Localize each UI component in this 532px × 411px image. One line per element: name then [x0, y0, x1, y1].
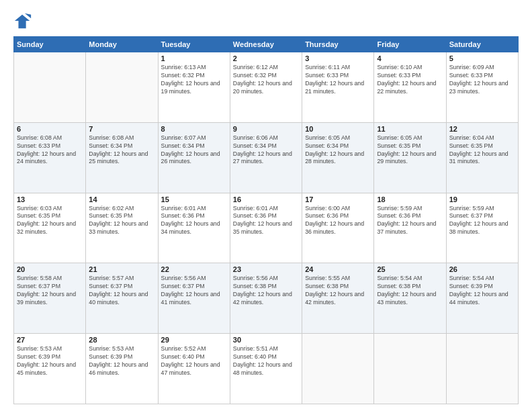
cell-info-text: Sunrise: 6:09 AM Sunset: 6:33 PM Dayligh… [449, 64, 515, 96]
calendar-cell: 9Sunrise: 6:06 AM Sunset: 6:34 PM Daylig… [230, 122, 302, 193]
calendar-cell: 30Sunrise: 5:51 AM Sunset: 6:40 PM Dayli… [230, 334, 302, 404]
calendar-cell: 12Sunrise: 6:04 AM Sunset: 6:35 PM Dayli… [446, 122, 518, 193]
cell-info-text: Sunrise: 6:04 AM Sunset: 6:35 PM Dayligh… [449, 134, 515, 167]
cell-info-text: Sunrise: 5:53 AM Sunset: 6:39 PM Dayligh… [17, 345, 83, 377]
cell-info-text: Sunrise: 5:56 AM Sunset: 6:37 PM Dayligh… [161, 275, 227, 307]
cell-day-number: 15 [161, 195, 227, 203]
weekday-header-saturday: Saturday [446, 37, 518, 52]
cell-day-number: 5 [449, 54, 515, 62]
cell-info-text: Sunrise: 6:01 AM Sunset: 6:36 PM Dayligh… [233, 205, 299, 237]
calendar-cell: 27Sunrise: 5:53 AM Sunset: 6:39 PM Dayli… [14, 334, 86, 404]
cell-info-text: Sunrise: 5:54 AM Sunset: 6:39 PM Dayligh… [449, 275, 515, 307]
weekday-header-row: SundayMondayTuesdayWednesdayThursdayFrid… [14, 37, 519, 52]
cell-info-text: Sunrise: 6:05 AM Sunset: 6:34 PM Dayligh… [305, 134, 371, 167]
logo [13, 12, 35, 31]
weekday-header-friday: Friday [374, 37, 446, 52]
calendar-week-4: 20Sunrise: 5:58 AM Sunset: 6:37 PM Dayli… [14, 263, 519, 334]
cell-info-text: Sunrise: 6:07 AM Sunset: 6:34 PM Dayligh… [161, 134, 227, 167]
cell-info-text: Sunrise: 6:13 AM Sunset: 6:32 PM Dayligh… [161, 64, 227, 96]
calendar-cell: 15Sunrise: 6:01 AM Sunset: 6:36 PM Dayli… [158, 193, 230, 263]
weekday-header-tuesday: Tuesday [158, 37, 230, 52]
cell-day-number: 17 [305, 195, 371, 203]
cell-info-text: Sunrise: 5:58 AM Sunset: 6:37 PM Dayligh… [17, 275, 83, 307]
calendar-cell: 6Sunrise: 6:08 AM Sunset: 6:33 PM Daylig… [14, 122, 86, 193]
cell-info-text: Sunrise: 6:02 AM Sunset: 6:35 PM Dayligh… [89, 205, 154, 237]
cell-day-number: 27 [17, 336, 83, 344]
calendar-cell: 20Sunrise: 5:58 AM Sunset: 6:37 PM Dayli… [14, 263, 86, 334]
cell-day-number: 12 [449, 125, 515, 133]
cell-info-text: Sunrise: 6:12 AM Sunset: 6:32 PM Dayligh… [233, 64, 299, 96]
cell-info-text: Sunrise: 5:54 AM Sunset: 6:38 PM Dayligh… [377, 275, 443, 307]
calendar-table: SundayMondayTuesdayWednesdayThursdayFrid… [13, 36, 519, 404]
calendar-cell [446, 334, 518, 404]
calendar-cell: 3Sunrise: 6:11 AM Sunset: 6:33 PM Daylig… [302, 52, 374, 123]
cell-info-text: Sunrise: 5:57 AM Sunset: 6:37 PM Dayligh… [89, 275, 154, 307]
cell-info-text: Sunrise: 5:59 AM Sunset: 6:37 PM Dayligh… [449, 205, 515, 237]
cell-info-text: Sunrise: 6:10 AM Sunset: 6:33 PM Dayligh… [377, 64, 443, 96]
cell-info-text: Sunrise: 6:08 AM Sunset: 6:33 PM Dayligh… [17, 134, 83, 167]
cell-day-number: 25 [377, 265, 443, 273]
logo-icon [13, 12, 32, 31]
cell-info-text: Sunrise: 5:55 AM Sunset: 6:38 PM Dayligh… [305, 275, 371, 307]
cell-day-number: 9 [233, 125, 299, 133]
calendar-cell: 1Sunrise: 6:13 AM Sunset: 6:32 PM Daylig… [158, 52, 230, 123]
calendar-week-3: 13Sunrise: 6:03 AM Sunset: 6:35 PM Dayli… [14, 193, 519, 263]
calendar-cell: 22Sunrise: 5:56 AM Sunset: 6:37 PM Dayli… [158, 263, 230, 334]
cell-info-text: Sunrise: 6:03 AM Sunset: 6:35 PM Dayligh… [17, 205, 83, 237]
cell-day-number: 13 [17, 195, 83, 203]
calendar-cell: 25Sunrise: 5:54 AM Sunset: 6:38 PM Dayli… [374, 263, 446, 334]
cell-info-text: Sunrise: 6:01 AM Sunset: 6:36 PM Dayligh… [161, 205, 227, 237]
page: SundayMondayTuesdayWednesdayThursdayFrid… [0, 0, 532, 411]
calendar-week-2: 6Sunrise: 6:08 AM Sunset: 6:33 PM Daylig… [14, 122, 519, 193]
cell-info-text: Sunrise: 5:59 AM Sunset: 6:36 PM Dayligh… [377, 205, 443, 237]
calendar-cell: 10Sunrise: 6:05 AM Sunset: 6:34 PM Dayli… [302, 122, 374, 193]
calendar-cell: 8Sunrise: 6:07 AM Sunset: 6:34 PM Daylig… [158, 122, 230, 193]
cell-day-number: 14 [89, 195, 154, 203]
calendar-cell: 23Sunrise: 5:56 AM Sunset: 6:38 PM Dayli… [230, 263, 302, 334]
cell-day-number: 11 [377, 125, 443, 133]
calendar-cell: 26Sunrise: 5:54 AM Sunset: 6:39 PM Dayli… [446, 263, 518, 334]
calendar-cell: 18Sunrise: 5:59 AM Sunset: 6:36 PM Dayli… [374, 193, 446, 263]
cell-day-number: 10 [305, 125, 371, 133]
header [13, 12, 519, 31]
calendar-cell: 7Sunrise: 6:08 AM Sunset: 6:34 PM Daylig… [86, 122, 158, 193]
cell-info-text: Sunrise: 6:00 AM Sunset: 6:36 PM Dayligh… [305, 205, 371, 237]
weekday-header-wednesday: Wednesday [230, 37, 302, 52]
cell-day-number: 6 [17, 125, 83, 133]
cell-day-number: 21 [89, 265, 154, 273]
cell-day-number: 3 [305, 54, 371, 62]
calendar-cell: 13Sunrise: 6:03 AM Sunset: 6:35 PM Dayli… [14, 193, 86, 263]
cell-day-number: 18 [377, 195, 443, 203]
calendar-cell: 16Sunrise: 6:01 AM Sunset: 6:36 PM Dayli… [230, 193, 302, 263]
weekday-header-thursday: Thursday [302, 37, 374, 52]
calendar-cell: 11Sunrise: 6:05 AM Sunset: 6:35 PM Dayli… [374, 122, 446, 193]
cell-day-number: 2 [233, 54, 299, 62]
cell-info-text: Sunrise: 6:11 AM Sunset: 6:33 PM Dayligh… [305, 64, 371, 96]
weekday-header-sunday: Sunday [14, 37, 86, 52]
cell-info-text: Sunrise: 5:56 AM Sunset: 6:38 PM Dayligh… [233, 275, 299, 307]
cell-day-number: 28 [89, 336, 154, 344]
cell-info-text: Sunrise: 6:05 AM Sunset: 6:35 PM Dayligh… [377, 134, 443, 167]
cell-day-number: 16 [233, 195, 299, 203]
calendar-cell: 29Sunrise: 5:52 AM Sunset: 6:40 PM Dayli… [158, 334, 230, 404]
weekday-header-monday: Monday [86, 37, 158, 52]
svg-marker-0 [15, 15, 30, 29]
cell-day-number: 23 [233, 265, 299, 273]
calendar-cell: 17Sunrise: 6:00 AM Sunset: 6:36 PM Dayli… [302, 193, 374, 263]
cell-day-number: 7 [89, 125, 154, 133]
calendar-cell: 24Sunrise: 5:55 AM Sunset: 6:38 PM Dayli… [302, 263, 374, 334]
cell-day-number: 26 [449, 265, 515, 273]
cell-day-number: 8 [161, 125, 227, 133]
cell-day-number: 20 [17, 265, 83, 273]
cell-day-number: 22 [161, 265, 227, 273]
cell-day-number: 30 [233, 336, 299, 344]
calendar-cell: 2Sunrise: 6:12 AM Sunset: 6:32 PM Daylig… [230, 52, 302, 123]
calendar-cell [302, 334, 374, 404]
calendar-cell: 4Sunrise: 6:10 AM Sunset: 6:33 PM Daylig… [374, 52, 446, 123]
cell-day-number: 4 [377, 54, 443, 62]
cell-info-text: Sunrise: 5:52 AM Sunset: 6:40 PM Dayligh… [161, 345, 227, 377]
calendar-cell [14, 52, 86, 123]
calendar-cell: 5Sunrise: 6:09 AM Sunset: 6:33 PM Daylig… [446, 52, 518, 123]
cell-info-text: Sunrise: 6:06 AM Sunset: 6:34 PM Dayligh… [233, 134, 299, 167]
cell-day-number: 24 [305, 265, 371, 273]
